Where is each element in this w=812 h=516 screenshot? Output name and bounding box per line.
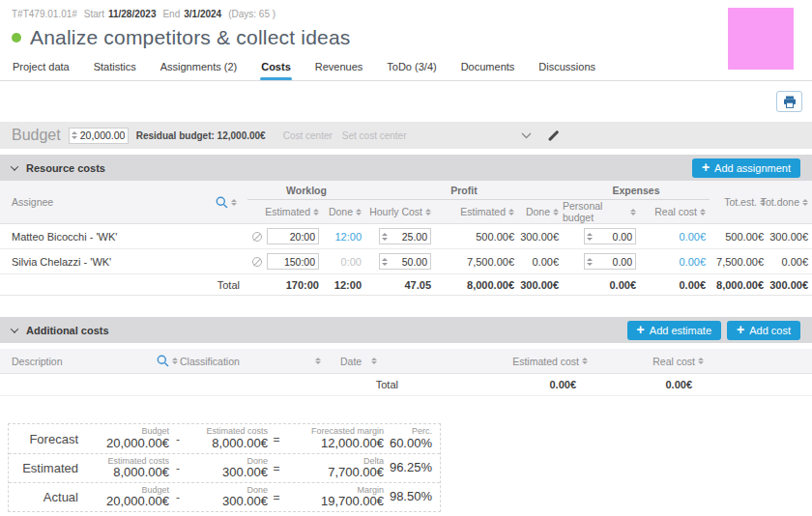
summary-row-name: Actual: [9, 483, 84, 511]
edit-icon[interactable]: [547, 129, 562, 143]
residual-budget: Residual budget: 12,000.00€: [136, 130, 266, 141]
sort-icon[interactable]: [371, 358, 398, 364]
resource-costs-section-bar: Resource costs + Add assignment: [0, 155, 812, 181]
sort-icon[interactable]: [356, 209, 362, 215]
tab-discussions[interactable]: Discussions: [537, 57, 596, 80]
summary-row-name: Forecast: [9, 424, 84, 453]
print-icon: [783, 96, 797, 108]
total-worklog-estimated: 170:00: [247, 279, 323, 291]
tab-revenues[interactable]: Revenues: [314, 57, 364, 80]
sort-icon[interactable]: [172, 358, 178, 364]
add-estimate-button[interactable]: + Add estimate: [627, 321, 721, 340]
budget-label: Budget: [12, 127, 61, 144]
stepper-icon[interactable]: [72, 131, 77, 139]
sort-icon[interactable]: [698, 358, 704, 364]
minus-operator: -: [171, 424, 185, 453]
additional-table-header: Description Classification Date Estimate…: [0, 349, 812, 374]
stepper-icon[interactable]: [382, 258, 388, 266]
perc-value: 98.50%: [390, 490, 432, 504]
chevron-down-icon[interactable]: [521, 132, 532, 139]
real-cost-link[interactable]: 0.00€: [640, 231, 710, 243]
total-tot-done: 300.00€: [768, 279, 812, 291]
stepper-icon[interactable]: [587, 233, 593, 241]
sort-icon[interactable]: [425, 209, 431, 215]
profit-estimated-header: Estimated: [460, 206, 506, 217]
minus-operator: -: [171, 483, 185, 511]
profit-group-header: Profit: [365, 185, 563, 200]
hourly-cost-input-box: [379, 253, 431, 270]
days-count: (Days: 65 ): [228, 9, 276, 19]
status-icon: [12, 33, 21, 43]
tab-statistics[interactable]: Statistics: [93, 57, 137, 80]
no-entry-icon: [252, 232, 262, 242]
estimated-cost-column-header: Estimated cost: [512, 356, 579, 367]
summary-col-value: 12,000.00€: [321, 437, 384, 451]
sort-icon[interactable]: [553, 209, 559, 215]
profit-done-value: 300.00€: [518, 231, 563, 243]
sort-icon[interactable]: [508, 209, 514, 215]
summary-col-value: 20,000.00€: [106, 437, 169, 451]
pink-note-overlay: [728, 8, 794, 70]
no-entry-icon: [252, 257, 262, 267]
perc-value: 60.00%: [390, 437, 432, 451]
budget-bar: Budget Residual budget: 12,000.00€ Cost …: [0, 122, 812, 149]
budget-input-box: [69, 128, 129, 144]
total-tot-est: 8,000.00€: [710, 279, 768, 291]
tot-est-value: 7,500.00€: [710, 256, 768, 268]
assignee-name: Matteo Bicocchi - 'WK': [12, 231, 205, 243]
sort-icon[interactable]: [313, 209, 319, 215]
hourly-cost-input[interactable]: [391, 231, 427, 243]
total-profit-estimated: 8,000.00€: [435, 279, 518, 291]
tab-documents[interactable]: Documents: [460, 57, 516, 80]
budget-input[interactable]: [80, 129, 125, 141]
sort-icon[interactable]: [582, 358, 588, 364]
plus-icon: +: [702, 162, 710, 173]
add-cost-button[interactable]: + Add cost: [727, 321, 800, 340]
worklog-done-link[interactable]: 12:00: [323, 231, 365, 243]
sort-icon[interactable]: [315, 358, 329, 364]
stepper-icon[interactable]: [382, 233, 388, 241]
total-real-cost: 0.00€: [640, 279, 710, 291]
end-date: 3/1/2024: [184, 9, 221, 19]
summary-col-value: 300.00€: [222, 495, 268, 509]
print-button[interactable]: [776, 91, 802, 112]
set-cost-center-link[interactable]: Set cost center: [342, 130, 407, 141]
total-label: Total: [12, 279, 247, 291]
sort-icon[interactable]: [700, 209, 706, 215]
table-row: Silvia Chelazzi - 'WK' 0:00 7,500.00€ 0.…: [0, 249, 812, 274]
tab-project-data[interactable]: Project data: [12, 57, 71, 80]
tab-costs[interactable]: Costs: [260, 57, 292, 80]
summary-col-value: 19,700.00€: [321, 495, 384, 509]
collapse-icon[interactable]: [11, 325, 18, 332]
real-cost-link[interactable]: 0.00€: [640, 256, 710, 268]
worklog-estimated-input[interactable]: [270, 231, 315, 243]
tab-assignments[interactable]: Assignments (2): [160, 57, 238, 80]
search-icon[interactable]: [157, 355, 169, 367]
add-assignment-button[interactable]: + Add assignment: [692, 158, 800, 178]
personal-budget-input[interactable]: [595, 256, 632, 268]
add-assignment-label: Add assignment: [714, 162, 791, 174]
personal-budget-input[interactable]: [595, 231, 632, 243]
sort-icon[interactable]: [802, 199, 808, 206]
hourly-cost-input[interactable]: [391, 256, 427, 268]
page-title: Analize competitors & collect ideas: [30, 26, 351, 49]
stepper-icon[interactable]: [587, 258, 593, 266]
tab-todo[interactable]: ToDo (3/4): [386, 57, 437, 80]
additional-total-row: Total 0.00€ 0.00€: [0, 374, 812, 396]
additional-costs-section-bar: Additional costs + Add estimate + Add co…: [0, 317, 812, 343]
worklog-estimated-input-box: [267, 228, 319, 244]
sort-icon[interactable]: [630, 209, 636, 215]
sort-icon[interactable]: [231, 199, 237, 206]
cost-center-label: Cost center: [283, 130, 333, 141]
worklog-estimated-input[interactable]: [270, 256, 315, 268]
plus-icon: +: [637, 325, 645, 335]
worklog-estimated-input-box: [267, 253, 319, 270]
tot-done-value: 300.00€: [768, 231, 812, 243]
personal-budget-input-box: [584, 228, 636, 244]
summary-row-actual: Actual Budget20,000.00€ - Done300.00€ = …: [9, 482, 440, 511]
total-profit-done: 300.00€: [518, 279, 563, 291]
collapse-icon[interactable]: [11, 162, 18, 170]
search-icon[interactable]: [216, 196, 228, 209]
total-label: Total: [12, 379, 398, 390]
profit-done-header: Done: [526, 206, 550, 217]
